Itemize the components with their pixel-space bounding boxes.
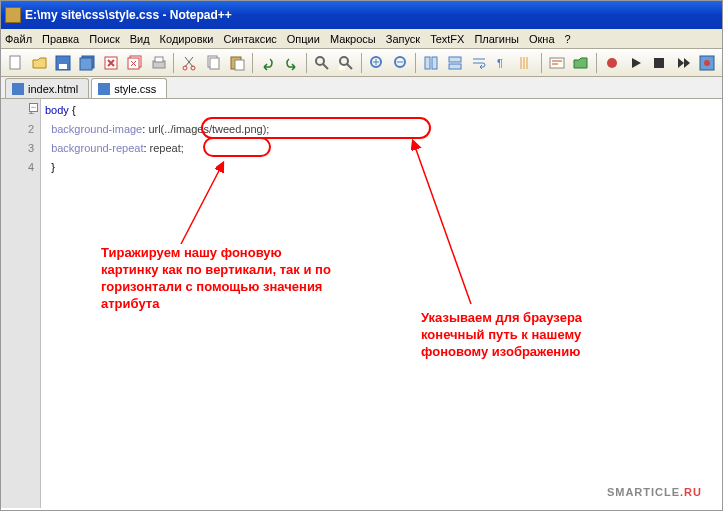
- undo-button[interactable]: [257, 52, 279, 74]
- tab-index-html[interactable]: index.html: [5, 78, 89, 98]
- zoom-in-button[interactable]: [366, 52, 388, 74]
- svg-point-16: [316, 57, 324, 65]
- fold-minus-icon[interactable]: −: [29, 103, 38, 112]
- open-button[interactable]: [29, 52, 51, 74]
- record-button[interactable]: [601, 52, 623, 74]
- tab-label: index.html: [28, 83, 78, 95]
- wrap-button[interactable]: [468, 52, 490, 74]
- menu-help[interactable]: ?: [565, 33, 571, 45]
- watermark: SMARTICLE.RU: [607, 476, 702, 502]
- sync-h-button[interactable]: [444, 52, 466, 74]
- watermark-suffix: .RU: [680, 486, 702, 498]
- svg-rect-18: [339, 66, 345, 70]
- lang-button[interactable]: [546, 52, 568, 74]
- svg-rect-21: [425, 57, 430, 69]
- svg-rect-31: [12, 83, 24, 95]
- new-button[interactable]: [5, 52, 27, 74]
- sync-v-button[interactable]: [420, 52, 442, 74]
- replace-button[interactable]: [335, 52, 357, 74]
- svg-rect-2: [59, 64, 67, 69]
- indent-guide-button[interactable]: [516, 52, 538, 74]
- save-macro-button[interactable]: [696, 52, 718, 74]
- menu-textfx[interactable]: TextFX: [430, 33, 464, 45]
- watermark-main: SMARTICLE: [607, 486, 680, 498]
- annotation-text-right: Указываем для браузера конечный путь к н…: [421, 309, 661, 360]
- menu-syntax[interactable]: Синтаксис: [224, 33, 277, 45]
- window-title: E:\my site\css\style.css - Notepad++: [25, 8, 232, 22]
- svg-text:¶: ¶: [497, 57, 503, 69]
- redo-button[interactable]: [281, 52, 303, 74]
- svg-rect-0: [10, 56, 20, 69]
- stop-button[interactable]: [648, 52, 670, 74]
- titlebar: E:\my site\css\style.css - Notepad++: [1, 1, 722, 29]
- svg-rect-28: [654, 58, 664, 68]
- line-number: 2: [1, 120, 34, 139]
- menubar: Файл Правка Поиск Вид Кодировки Синтакси…: [1, 29, 722, 49]
- svg-point-27: [607, 58, 617, 68]
- menu-run[interactable]: Запуск: [386, 33, 420, 45]
- menu-search[interactable]: Поиск: [89, 33, 119, 45]
- svg-rect-24: [449, 64, 461, 69]
- app-icon: [5, 7, 21, 23]
- print-button[interactable]: [148, 52, 170, 74]
- show-all-button[interactable]: ¶: [492, 52, 514, 74]
- paste-button[interactable]: [226, 52, 248, 74]
- line-number: 3: [1, 139, 34, 158]
- tab-style-css[interactable]: style.css: [91, 78, 167, 98]
- svg-rect-9: [155, 57, 163, 62]
- svg-rect-4: [80, 58, 92, 70]
- menu-encoding[interactable]: Кодировки: [160, 33, 214, 45]
- save-all-button[interactable]: [76, 52, 98, 74]
- toolbar: ¶: [1, 49, 722, 77]
- tab-label: style.css: [114, 83, 156, 95]
- svg-line-33: [181, 163, 223, 244]
- svg-rect-22: [432, 57, 437, 69]
- line-gutter: 1 2 3 4: [1, 99, 41, 508]
- file-icon: [12, 83, 24, 95]
- svg-rect-23: [449, 57, 461, 62]
- menu-windows[interactable]: Окна: [529, 33, 555, 45]
- cut-button[interactable]: [178, 52, 200, 74]
- svg-point-30: [704, 60, 710, 66]
- play-multi-button[interactable]: [672, 52, 694, 74]
- folder-button[interactable]: [570, 52, 592, 74]
- editor: 1 2 3 4 − body { background-image: url(.…: [1, 99, 722, 508]
- close-button[interactable]: [100, 52, 122, 74]
- svg-rect-15: [235, 60, 244, 70]
- find-button[interactable]: [311, 52, 333, 74]
- annotation-text-left: Тиражируем нашу фоновую картинку как по …: [101, 244, 381, 312]
- play-button[interactable]: [625, 52, 647, 74]
- save-button[interactable]: [53, 52, 75, 74]
- zoom-out-button[interactable]: [390, 52, 412, 74]
- copy-button[interactable]: [202, 52, 224, 74]
- menu-file[interactable]: Файл: [5, 33, 32, 45]
- menu-plugins[interactable]: Плагины: [474, 33, 519, 45]
- svg-point-17: [340, 57, 348, 65]
- close-all-button[interactable]: [124, 52, 146, 74]
- menu-edit[interactable]: Правка: [42, 33, 79, 45]
- code-area[interactable]: − body { background-image: url(../images…: [41, 99, 722, 508]
- svg-rect-13: [210, 58, 219, 69]
- file-icon: [98, 83, 110, 95]
- svg-rect-26: [550, 58, 564, 68]
- svg-rect-32: [98, 83, 110, 95]
- tabstrip: index.html style.css: [1, 77, 722, 99]
- menu-options[interactable]: Опции: [287, 33, 320, 45]
- line-number: 4: [1, 158, 34, 177]
- menu-view[interactable]: Вид: [130, 33, 150, 45]
- svg-line-34: [413, 141, 471, 304]
- menu-macros[interactable]: Макросы: [330, 33, 376, 45]
